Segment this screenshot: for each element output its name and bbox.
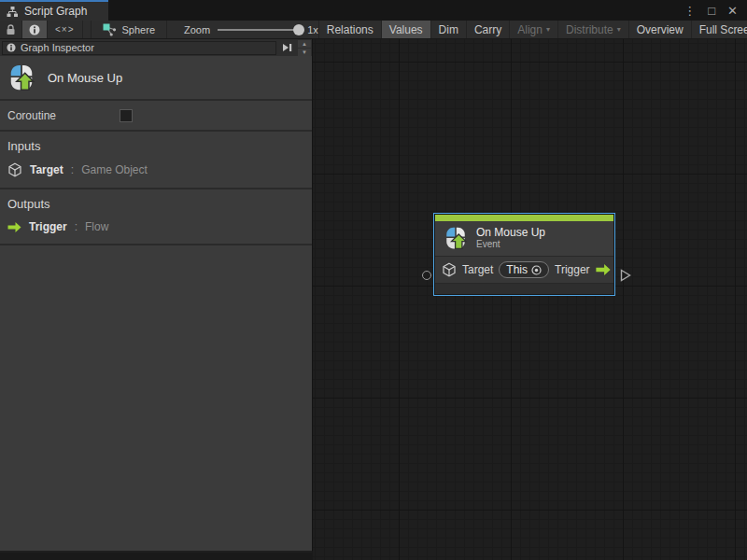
zoom-slider[interactable]	[218, 29, 300, 31]
graph-target-button[interactable]: Sphere	[91, 21, 167, 38]
on-mouse-up-icon	[7, 63, 35, 91]
graph-toolbar: <×> Sphere Zoom 1x Relations	[0, 21, 747, 39]
close-icon[interactable]: ✕	[727, 5, 738, 17]
self-target-icon	[531, 265, 542, 275]
coroutine-row: Coroutine	[0, 101, 312, 132]
inspector-toggle-button[interactable]	[22, 21, 48, 38]
inputs-heading: Inputs	[7, 139, 304, 153]
carry-button[interactable]: Carry	[466, 21, 509, 38]
zoom-slider-knob[interactable]	[293, 24, 304, 35]
inputs-section: Inputs Target : Game Object	[0, 132, 312, 189]
game-object-cube-icon	[442, 262, 457, 277]
tab-script-graph[interactable]: Script Graph	[0, 0, 108, 21]
output-type: Flow	[85, 220, 108, 233]
align-dropdown: Align ▾	[509, 21, 557, 38]
fullscreen-button[interactable]: Full Screen	[691, 21, 747, 38]
flow-arrow-icon	[596, 264, 611, 275]
inspector-header-bar: Graph Inspector ▲ ▼	[0, 39, 312, 56]
overview-button[interactable]: Overview	[628, 21, 691, 38]
graph-target-label: Sphere	[122, 24, 155, 35]
inspector-title: Graph Inspector	[21, 42, 94, 53]
flow-arrow-icon	[7, 222, 21, 232]
dock-right-icon	[283, 43, 292, 52]
values-button[interactable]: Values	[381, 21, 430, 38]
lock-button[interactable]	[0, 21, 22, 38]
trigger-port-label: Trigger	[555, 263, 590, 276]
scroll-up-button[interactable]: ▲	[298, 40, 311, 48]
node-header[interactable]: On Mouse Up Event	[435, 221, 613, 257]
inspector-scroll-arrows: ▲ ▼	[298, 40, 311, 56]
trigger-port[interactable]: Trigger	[555, 263, 611, 276]
toolbar-right-group: Relations Values Dim Carry Align ▾ Distr…	[318, 21, 747, 38]
output-name: Trigger	[29, 220, 67, 233]
node-title: On Mouse Up	[476, 226, 545, 239]
node-footer	[435, 284, 613, 294]
lock-icon	[6, 24, 16, 35]
window-menu-icon[interactable]: ⋮	[684, 5, 696, 17]
event-accent-bar	[435, 215, 613, 221]
target-value: This	[506, 263, 528, 276]
graph-canvas[interactable]: On Mouse Up Event Target This	[313, 39, 747, 560]
target-port-label: Target	[462, 263, 493, 276]
code-preview-button[interactable]: <×>	[48, 21, 83, 38]
dim-button[interactable]: Dim	[430, 21, 466, 38]
target-value-pill[interactable]: This	[499, 261, 549, 278]
node-input-port[interactable]	[422, 271, 431, 280]
node-ports-row: Target This Trigger	[435, 257, 613, 284]
graph-hierarchy-icon	[7, 6, 19, 18]
node-output-port[interactable]	[620, 269, 631, 282]
outputs-section: Outputs Trigger : Flow	[0, 189, 312, 245]
distribute-dropdown: Distribute ▾	[557, 21, 628, 38]
chevron-down-icon: ▾	[617, 25, 621, 34]
separator: :	[75, 220, 78, 233]
graph-inspector-panel: Graph Inspector ▲ ▼ On Mouse Up	[0, 39, 313, 553]
coroutine-label: Coroutine	[7, 109, 120, 122]
dock-panel-button[interactable]	[279, 41, 296, 55]
relations-button[interactable]: Relations	[318, 21, 381, 38]
input-row-target: Target : Game Object	[7, 162, 304, 177]
on-mouse-up-icon	[444, 226, 468, 250]
unit-header: On Mouse Up	[0, 56, 312, 101]
coroutine-checkbox[interactable]	[120, 109, 133, 122]
info-icon	[29, 24, 40, 35]
inspector-title-box: Graph Inspector	[2, 41, 276, 55]
output-row-trigger: Trigger : Flow	[7, 220, 304, 233]
input-name: Target	[30, 163, 63, 176]
info-icon	[7, 43, 16, 52]
chevron-down-icon: ▾	[546, 25, 550, 34]
title-bar: Script Graph ⋮ □ ✕	[0, 0, 747, 21]
maximize-icon[interactable]: □	[708, 5, 715, 17]
scroll-down-button[interactable]: ▼	[298, 49, 311, 56]
outputs-heading: Outputs	[7, 197, 304, 211]
node-subtitle: Event	[476, 239, 545, 250]
window-controls: ⋮ □ ✕	[684, 0, 747, 21]
separator: :	[71, 163, 74, 176]
zoom-label: Zoom	[184, 24, 210, 35]
zoom-value: 1x	[307, 24, 318, 35]
graph-node-icon	[103, 23, 117, 36]
on-mouse-up-node[interactable]: On Mouse Up Event Target This	[434, 214, 614, 295]
tab-label: Script Graph	[24, 5, 87, 18]
input-type: Game Object	[81, 163, 148, 176]
unit-title: On Mouse Up	[48, 71, 122, 85]
code-icon: <×>	[55, 24, 75, 35]
game-object-cube-icon	[7, 162, 22, 177]
script-graph-window: Script Graph ⋮ □ ✕	[0, 0, 747, 560]
zoom-control: Zoom 1x	[184, 21, 318, 38]
